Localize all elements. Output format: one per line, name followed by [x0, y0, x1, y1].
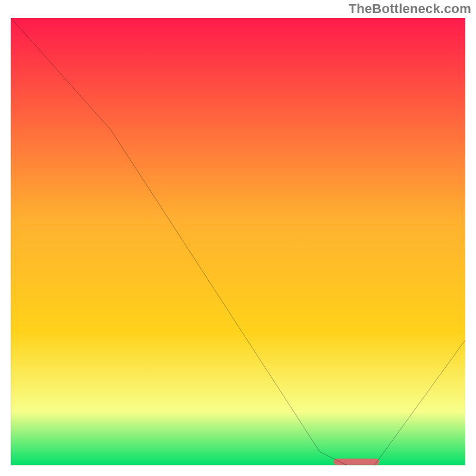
bottleneck-plot	[11, 18, 465, 465]
watermark-text: TheBottleneck.com	[349, 1, 471, 17]
gradient-background	[11, 18, 465, 465]
chart-frame: TheBottleneck.com	[0, 0, 476, 476]
plot-area	[11, 18, 465, 465]
optimal-marker	[333, 459, 378, 465]
